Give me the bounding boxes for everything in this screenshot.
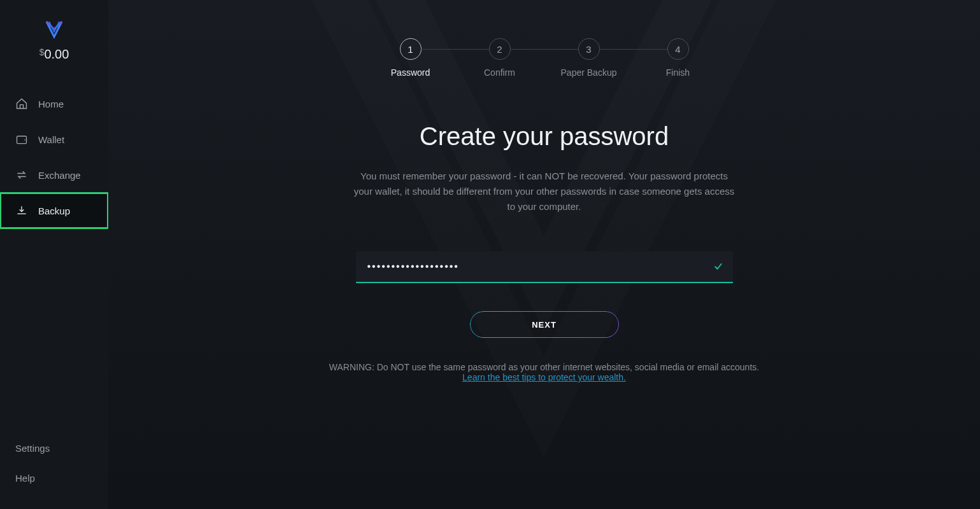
balance: $0.00 xyxy=(39,47,69,62)
content: 1 Password 2 Confirm 3 Paper Backup 4 Fi… xyxy=(108,0,980,509)
step-confirm: 2 Confirm xyxy=(455,38,544,78)
page-title: Create your password xyxy=(420,122,669,151)
nav-wallet[interactable]: Wallet xyxy=(0,122,108,157)
step-1-number: 1 xyxy=(400,38,422,60)
check-icon xyxy=(713,260,724,274)
balance-amount: 0.00 xyxy=(44,47,69,61)
next-button[interactable]: NEXT xyxy=(470,311,619,338)
step-paper-backup: 3 Paper Backup xyxy=(544,38,634,78)
password-input[interactable] xyxy=(356,251,733,283)
step-4-number: 4 xyxy=(667,38,689,60)
nav-wallet-label: Wallet xyxy=(38,134,64,145)
step-1-label: Password xyxy=(391,67,430,78)
app-logo-icon xyxy=(43,18,66,41)
logo-block: $0.00 xyxy=(0,18,108,62)
sidebar-bottom: Settings Help xyxy=(0,443,108,509)
nav: Home Wallet Exchange Backup xyxy=(0,86,108,228)
nav-help[interactable]: Help xyxy=(15,473,93,484)
sidebar: $0.00 Home Wallet Exchange Backup Settin… xyxy=(0,0,108,509)
nav-backup[interactable]: Backup xyxy=(0,193,108,228)
nav-home-label: Home xyxy=(38,99,64,109)
nav-settings[interactable]: Settings xyxy=(15,443,93,454)
tips-link[interactable]: Learn the best tips to protect your weal… xyxy=(462,372,626,382)
step-password: 1 Password xyxy=(366,38,455,78)
wallet-icon xyxy=(15,133,28,146)
step-finish: 4 Finish xyxy=(634,38,723,78)
nav-exchange-label: Exchange xyxy=(38,170,81,181)
exchange-icon xyxy=(15,169,28,181)
nav-home[interactable]: Home xyxy=(0,86,108,122)
step-2-number: 2 xyxy=(489,38,511,60)
page-description: You must remember your password - it can… xyxy=(353,169,735,214)
app-root: $0.00 Home Wallet Exchange Backup Settin… xyxy=(0,0,980,509)
stepper: 1 Password 2 Confirm 3 Paper Backup 4 Fi… xyxy=(366,38,723,78)
nav-exchange[interactable]: Exchange xyxy=(0,157,108,193)
step-3-label: Paper Backup xyxy=(561,67,617,78)
step-3-number: 3 xyxy=(578,38,600,60)
step-4-label: Finish xyxy=(666,67,690,78)
step-2-label: Confirm xyxy=(484,67,515,78)
warning-text: WARNING: Do NOT use the same password as… xyxy=(329,362,759,372)
main: 1 Password 2 Confirm 3 Paper Backup 4 Fi… xyxy=(108,0,980,509)
backup-icon xyxy=(15,204,28,217)
home-icon xyxy=(15,97,28,110)
password-field-wrap xyxy=(356,251,733,283)
warning-block: WARNING: Do NOT use the same password as… xyxy=(329,362,759,382)
nav-backup-label: Backup xyxy=(38,206,70,216)
